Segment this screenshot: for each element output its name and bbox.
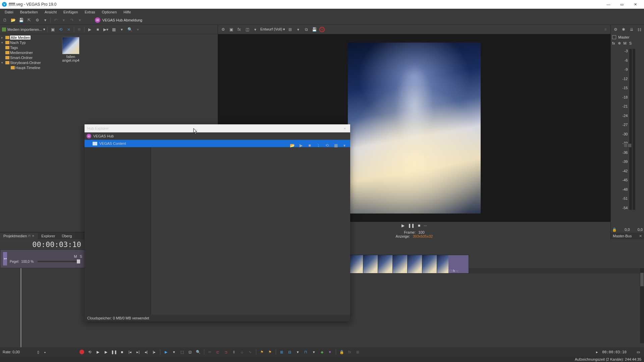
preview-menu-icon[interactable]: ≡ — [602, 26, 608, 33]
hub-stop-icon[interactable]: ■ — [307, 142, 313, 148]
tree-smart-folders[interactable]: Smart-Ordner — [1, 55, 58, 60]
hub-tree-pane[interactable] — [85, 147, 151, 315]
master-faders-icon[interactable]: ⫿⫿ — [637, 26, 643, 33]
playhead[interactable] — [21, 268, 21, 348]
preview-stop-button[interactable]: ■ — [418, 223, 420, 228]
hub-window-close-icon[interactable]: ▫ — [342, 126, 347, 131]
preview-more-button[interactable]: ··· — [424, 223, 427, 228]
preview-external-icon[interactable]: ▣ — [228, 26, 234, 33]
track-level-slider[interactable] — [38, 261, 80, 262]
auto-ripple-icon[interactable]: ⊟ — [287, 349, 293, 355]
go-end-button[interactable]: ▸| — [135, 349, 141, 355]
trim-start-icon[interactable]: ⊏ — [215, 349, 221, 355]
ripple-dd-icon[interactable]: ▾ — [295, 349, 301, 355]
menu-ansicht[interactable]: Ansicht — [41, 9, 60, 15]
menu-datei[interactable]: Datei — [1, 9, 17, 15]
master-dim-icon[interactable]: ✱ — [621, 26, 627, 33]
tab-master-bus[interactable]: Master-Bus — [613, 234, 632, 238]
hub-window-titlebar[interactable]: Hub Explorer ▫ — [85, 124, 350, 132]
master-mute-button[interactable]: M — [624, 41, 627, 45]
master-lock-icon[interactable]: 🔒 — [612, 228, 617, 232]
media-clip-fallen-angel[interactable]: fallenangel.mp4 — [61, 37, 80, 62]
loop-button[interactable]: ⟲ — [87, 349, 93, 355]
heal-icon[interactable]: ⫝ — [239, 349, 245, 355]
clip-fx-icon[interactable]: fx — [453, 269, 455, 273]
normal-edit-tool-icon[interactable]: ▶ — [163, 349, 169, 355]
hub-tree-root[interactable]: H VEGAS Hub — [85, 132, 350, 140]
event-group-icon[interactable]: ⊞ — [355, 349, 361, 355]
tree-all-media[interactable]: ▸Alle Medien — [1, 35, 58, 40]
clip-more-icon[interactable]: ··· — [456, 269, 459, 273]
preview-grid-icon[interactable]: ⊞ — [287, 26, 293, 33]
undo-dd-icon[interactable]: ▾ — [61, 17, 67, 23]
rate-slider-knob[interactable]: ▯ — [35, 349, 41, 355]
record-button[interactable] — [79, 349, 85, 355]
track-solo-button[interactable]: S — [80, 254, 82, 258]
hub-signout[interactable]: H VEGAS Hub Abmeldung — [95, 17, 142, 23]
tab-master-close-icon[interactable]: ✕ — [639, 234, 642, 238]
close-button[interactable]: ✕ — [629, 0, 642, 9]
tree-by-type[interactable]: ▾Nach Typ — [1, 40, 58, 45]
tab-transitions[interactable]: Überg — [58, 233, 75, 239]
preview-quality-dropdown[interactable]: Entwurf (Voll) ▾ — [260, 27, 285, 32]
new-icon[interactable]: 🗋 — [2, 17, 8, 23]
tab-project-media[interactable]: Projektmedien⊓✕ — [0, 233, 38, 239]
tree-main-timeline[interactable]: Haupt-Timeline — [1, 65, 58, 70]
prev-frame-button[interactable]: ◂| — [143, 349, 149, 355]
ripple-icon[interactable]: ⊞ — [279, 349, 285, 355]
stop-button[interactable]: ■ — [119, 349, 125, 355]
media-fx-icon[interactable]: ✲ — [76, 26, 82, 33]
master-fx-button[interactable]: fx — [612, 41, 615, 45]
hub-open-icon[interactable]: 📂 — [289, 142, 295, 148]
media-view-icon[interactable]: ▦ — [111, 26, 117, 33]
split-icon[interactable]: ⦀ — [231, 349, 237, 355]
preview-props-icon[interactable]: ⚙ — [220, 26, 226, 33]
preview-copy-icon[interactable]: ⧉ — [303, 26, 309, 33]
preview-fx-icon[interactable]: fx — [236, 26, 242, 33]
preview-grid-dd-icon[interactable]: ▾ — [295, 26, 301, 33]
dropdown-icon[interactable]: ▾ — [42, 17, 48, 23]
tree-tags[interactable]: Tags — [1, 45, 58, 50]
snap-icon[interactable]: ⊡ — [187, 349, 193, 355]
timecode-display[interactable]: 00:00:03:10 — [0, 240, 85, 249]
tab-pin-icon[interactable]: ⊓ — [28, 234, 31, 238]
clip-crop-icon[interactable]: ⬚ — [449, 269, 452, 273]
media-search-icon[interactable]: 🔍 — [127, 26, 133, 33]
normal-edit-dd-icon[interactable]: ▾ — [171, 349, 177, 355]
save-icon[interactable]: 💾 — [18, 17, 24, 23]
menu-bearbeiten[interactable]: Bearbeiten — [17, 9, 41, 15]
format-dd-icon[interactable]: ▭ — [635, 349, 641, 355]
marker-icon[interactable]: ⚑ — [259, 349, 265, 355]
hub-download-icon[interactable]: ⤵ — [315, 142, 321, 148]
media-autoplay-icon[interactable]: ▶▾ — [103, 26, 109, 33]
preview-pause-button[interactable]: ❚❚ — [408, 223, 415, 228]
hub-refresh-icon[interactable]: ⟲ — [324, 142, 330, 148]
import-media-button[interactable]: Medien importieren... ▾ — [2, 27, 45, 32]
menu-optionen[interactable]: Optionen — [99, 9, 120, 15]
rate-slider-anchor[interactable]: ▴ — [42, 349, 48, 355]
master-solo-button[interactable]: S — [629, 41, 632, 45]
media-stop-icon[interactable]: ■ — [95, 26, 101, 33]
tab-explorer[interactable]: Explorer — [38, 233, 58, 239]
snap-dd-icon[interactable]: ▾ — [311, 349, 317, 355]
redo-dd-icon[interactable]: ▾ — [77, 17, 83, 23]
timeline-vscroll[interactable] — [640, 268, 644, 343]
selection-tool-icon[interactable]: ⬚ — [179, 349, 185, 355]
render-icon[interactable]: ⇱ — [26, 17, 32, 23]
master-gear-icon[interactable]: ⚙ — [612, 26, 619, 33]
hub-view-icon[interactable]: ▦ — [333, 142, 339, 148]
next-frame-button[interactable]: |▸ — [151, 349, 157, 355]
tab-close-icon[interactable]: ✕ — [32, 234, 35, 238]
snap-enable-icon[interactable]: ⊓ — [303, 349, 309, 355]
redo-icon[interactable]: ↷ — [69, 17, 75, 23]
endtime-anchor-icon[interactable]: ▸ — [594, 349, 600, 355]
crossfade-icon[interactable]: ✦ — [327, 349, 333, 355]
media-view-dd-icon[interactable]: ▾ — [119, 26, 125, 33]
master-automation-icon[interactable]: ✲ — [618, 41, 621, 46]
undo-icon[interactable]: ↶ — [53, 17, 59, 23]
hub-content-pane[interactable] — [151, 147, 350, 315]
play-start-button[interactable]: ▶ — [95, 349, 101, 355]
menu-hilfe[interactable]: Hilfe — [120, 9, 134, 15]
preview-play-button[interactable]: ▶ — [401, 223, 405, 228]
magnify-tool-icon[interactable]: 🔍 — [195, 349, 201, 355]
